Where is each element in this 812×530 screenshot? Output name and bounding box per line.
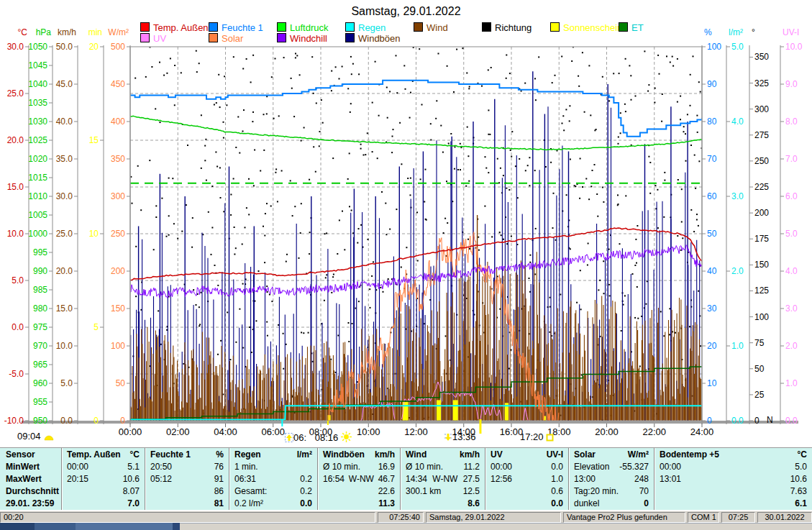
cell-value: 0.0 <box>551 462 563 472</box>
cell-value: 27.5 <box>463 474 480 484</box>
axis-tick-label: 9.0 <box>785 79 812 89</box>
axis-tick-label: 10 <box>71 229 99 239</box>
sun-icon <box>341 431 352 442</box>
table-row: 7.63 <box>654 485 812 498</box>
cell-extra: W-NW <box>427 474 463 484</box>
cell-value: 86 <box>214 486 224 496</box>
table-row: 13:0110.6 <box>654 472 812 485</box>
cell-value: 11.2 <box>464 462 480 472</box>
table-row: 14:34W-NW27.5 <box>401 472 485 485</box>
cell-value: 1.0 <box>551 474 563 484</box>
table-row: 20:5076 <box>145 460 229 472</box>
taskbar-segment[interactable] <box>76 523 173 530</box>
axis-tick-label: 50 <box>98 378 125 388</box>
axis-tick-label: 125 <box>754 285 782 296</box>
column-name: UV <box>491 449 503 460</box>
column-name: Temp. Außen <box>67 449 121 460</box>
cell-value: 248 <box>634 474 649 484</box>
cell-value: -55.327 <box>619 462 649 472</box>
cell-value: 70 <box>639 486 649 496</box>
table-row-label: MinWert <box>0 460 61 472</box>
column-unit: UV-I <box>547 449 563 460</box>
table-row: 0.2 l/m²0.0 <box>229 498 317 510</box>
sensor-stats-table: SensorMinWertMaxWertDurchschnitt29.01. 2… <box>0 447 812 511</box>
weather-app-window: Samstag, 29.01.2022 Temp. AußenFeuchte 1… <box>0 0 812 530</box>
axis-tick-label: 150 <box>98 303 125 314</box>
axis-tick-label: 20 <box>71 42 99 52</box>
table-row: 8.07 <box>62 485 145 498</box>
column-name: Solar <box>574 449 596 460</box>
table-row: 6.1 <box>654 498 812 510</box>
column-unit: % <box>216 449 224 460</box>
table-row-label: MaxWert <box>0 472 61 485</box>
axis-tick-label: 1035 <box>20 98 47 108</box>
cell-value: 81 <box>214 498 224 508</box>
statusbar-segment-0: 00:20 <box>0 512 375 523</box>
table-row: 86 <box>145 485 229 498</box>
cell-time: Ø 10 min. <box>406 462 443 472</box>
taskbar-segment[interactable] <box>0 523 35 530</box>
axis-tick-label: 350 <box>754 52 782 62</box>
table-column-wind: Windkm/hØ 10 min.11.214:34W-NW27.5300.1 … <box>400 448 485 510</box>
axis-tick-label: 8.0 <box>785 116 812 127</box>
axis-tick-label: 0 <box>71 416 99 426</box>
table-row: Gesamt:0.2 <box>229 485 317 498</box>
axis-tick-label: 0.0 <box>45 416 73 426</box>
axis-tick-label: 70 <box>707 154 734 164</box>
cell-time: 13:01 <box>660 474 681 484</box>
cell-value: 91 <box>214 474 224 484</box>
cell-value: 5.1 <box>127 462 140 472</box>
table-row-label: Sensor <box>0 448 61 460</box>
axis-tick-label: -5.0 <box>0 369 24 379</box>
sunset-time: 17:20 <box>520 431 544 442</box>
table-row: 13:00248 <box>569 472 654 485</box>
table-row: 00:000.0 <box>485 460 568 472</box>
axis-unit-deg: ° <box>752 27 782 37</box>
axis-tick-label: 250 <box>98 229 125 239</box>
moonrise-prefix: 06: <box>293 432 306 443</box>
axis-tick-label: 30.0 <box>45 191 73 201</box>
axis-tick-label: 4.0 <box>785 266 812 276</box>
taskbar-segment <box>173 523 180 530</box>
cell-time: 1 min. <box>234 462 258 472</box>
axis-tick-label: 10 <box>707 378 734 388</box>
cell-value: 5.0 <box>795 462 807 472</box>
cell-extra: W-NW <box>345 474 378 484</box>
axis-tick-label: 100 <box>754 312 782 322</box>
column-name: Windböen <box>323 449 365 460</box>
axis-unit-uvi: UV-I <box>783 27 812 37</box>
x-axis-tick-label: 04:00 <box>210 426 242 437</box>
cell-value: 6.1 <box>795 498 807 508</box>
table-row: Tag:20 min.70 <box>569 485 654 498</box>
set-arrow-icon <box>444 432 452 442</box>
statusbar: 00:2007:25:40Samstag, 29.01.2022Vantage … <box>0 511 812 523</box>
axis-tick-label: 400 <box>98 116 125 127</box>
cell-time: 20:15 <box>67 474 88 484</box>
axis-tick-label: 20.0 <box>45 266 73 276</box>
axis-tick-label: 25 <box>754 390 782 400</box>
column-name: Regen <box>234 449 261 460</box>
axis-tick-label: 3.0 <box>731 191 759 201</box>
axis-tick-label: 500 <box>98 42 125 52</box>
x-axis-tick-label: 12:00 <box>401 426 432 437</box>
table-row: 16:54W-NW46.7 <box>318 472 400 485</box>
axis-tick-label: 3.0 <box>785 303 812 314</box>
cell-value: 10.6 <box>123 474 140 484</box>
axis-tick-label: 450 <box>98 79 125 89</box>
statusbar-segment-3: Vantage Pro2 Plus gefunden <box>563 512 685 523</box>
axis-tick-label: 0 <box>98 416 125 426</box>
x-axis-tick-label: 20:00 <box>591 426 623 437</box>
axis-label-north: N <box>767 415 773 425</box>
moonset-time: 13:36 <box>452 431 476 442</box>
axis-tick-label: 225 <box>754 182 782 192</box>
axis-tick-label: 7.0 <box>785 154 812 164</box>
cell-time: 06:31 <box>234 474 256 484</box>
axis-tick-label: 975 <box>20 322 47 332</box>
taskbar-fragment <box>0 523 812 530</box>
table-row: Ø 10 min.16.9 <box>318 460 400 472</box>
taskbar-segment[interactable] <box>35 523 76 530</box>
cell-value: 0.0 <box>300 498 312 508</box>
cell-time: 12:56 <box>491 474 512 484</box>
statusbar-segment-4: COM 1 <box>688 512 719 523</box>
axis-tick-label: 955 <box>20 397 47 407</box>
